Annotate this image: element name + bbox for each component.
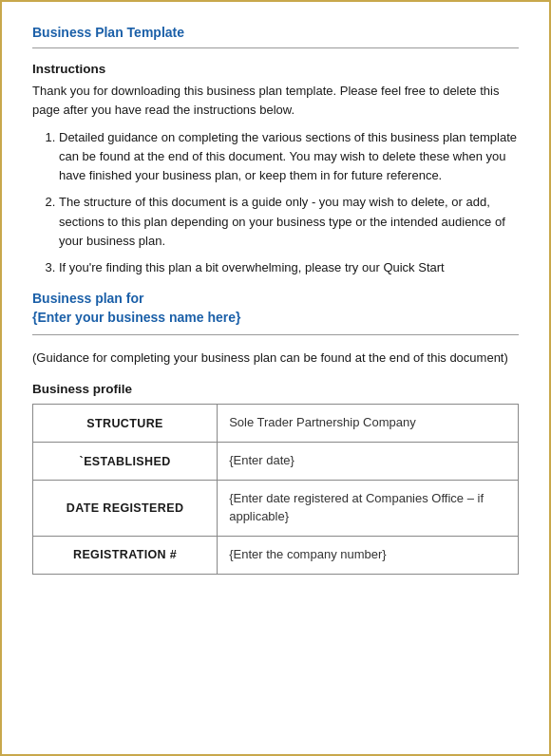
list-item: If you're finding this plan a bit overwh… [59,258,519,277]
table-value: Sole Trader Partnership Company [218,405,519,443]
instructions-intro: Thank you for downloading this business … [32,82,519,119]
profile-heading: Business profile [32,382,519,396]
table-label: `ESTABLISHED [33,443,218,481]
table-value: {Enter date} [218,443,519,481]
business-plan-heading: Business plan for [32,291,519,306]
list-item: Detailed guidance on completing the vari… [59,128,519,185]
instructions-list: Detailed guidance on completing the vari… [59,128,519,277]
list-item: The structure of this document is a guid… [59,193,519,250]
page-title: Business Plan Template [32,25,519,40]
table-row: DATE REGISTERED {Enter date registered a… [33,481,519,537]
business-profile-table: STRUCTURE Sole Trader Partnership Compan… [32,404,519,574]
top-divider [32,47,519,48]
page-container: Business Plan Template Instructions Than… [0,0,551,756]
table-row: `ESTABLISHED {Enter date} [33,443,519,481]
mid-divider [32,334,519,335]
instructions-heading: Instructions [32,62,519,76]
business-name-placeholder: {Enter your business name here} [32,310,519,325]
table-row: STRUCTURE Sole Trader Partnership Compan… [33,405,519,443]
table-label: STRUCTURE [33,405,218,443]
table-row: REGISTRATION # {Enter the company number… [33,536,519,574]
table-value: {Enter date registered at Companies Offi… [218,481,519,537]
guidance-text: (Guidance for completing your business p… [32,349,519,368]
table-value: {Enter the company number} [218,536,519,574]
table-label: REGISTRATION # [33,536,218,574]
table-label: DATE REGISTERED [33,481,218,537]
